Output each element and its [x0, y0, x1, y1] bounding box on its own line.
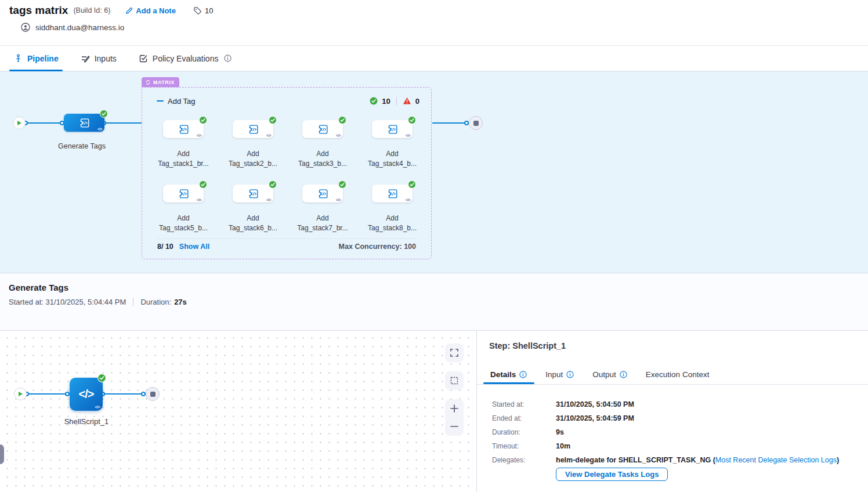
port: [464, 121, 469, 125]
matrix-step-node[interactable]: </>: [163, 120, 204, 138]
panel-resize-handle[interactable]: [0, 444, 4, 464]
port: [141, 392, 146, 396]
edge-shell-to-end: [103, 393, 146, 395]
collapse-icon[interactable]: [156, 97, 164, 105]
shellscript-label: ShellScript_1: [49, 417, 124, 426]
pipeline-icon: [14, 54, 23, 63]
field-label: Ended at:: [492, 414, 556, 422]
stage-duration-label: Duration:: [140, 298, 171, 306]
matrix-step-node[interactable]: </>: [163, 184, 204, 202]
matrix-step-node[interactable]: </>: [302, 184, 343, 202]
plus-icon: [450, 404, 459, 413]
field-label: Timeout:: [492, 442, 556, 450]
field-label: Duration:: [492, 428, 556, 436]
tab-policy-evaluations[interactable]: Policy Evaluations: [139, 46, 232, 71]
delegates-row: Delegates: helm-delegate for SHELL_SCRIP…: [492, 453, 839, 467]
pipeline-execution-screen: tags matrix (Build Id: 6) Add a Note 10 …: [0, 0, 868, 492]
success-check-icon: [338, 116, 346, 124]
script-step-icon: [177, 187, 190, 200]
stage-summary: Generate Tags Started at: 31/10/2025, 5:…: [0, 273, 868, 331]
script-step-icon: [78, 117, 91, 129]
generate-tags-node[interactable]: </>: [64, 114, 104, 132]
fullscreen-button[interactable]: [445, 343, 464, 362]
stage-started-at: Started at: 31/10/2025, 5:04:44 PM: [9, 298, 126, 306]
tab-inputs[interactable]: Inputs: [81, 46, 117, 71]
code-glyph-icon: </>: [266, 133, 271, 138]
divider: [396, 97, 397, 106]
show-all-link[interactable]: Show All: [179, 243, 209, 251]
edge-start-to-shell: [27, 393, 70, 395]
matrix-step-label: AddTag_stack7_br...: [282, 214, 363, 233]
stop-icon: [150, 392, 155, 397]
tag-count: 10: [193, 6, 213, 15]
stage-step-canvas: </> </> ShellScript_1: [0, 331, 477, 492]
delegates-value: helm-delegate for SHELL_SCRIPT_TASK_NG (: [556, 456, 715, 464]
delegate-selection-logs-link[interactable]: Most Recent Delegate Selection Logs: [715, 456, 837, 464]
zoom-in-button[interactable]: [445, 399, 464, 418]
tab-input[interactable]: Input: [545, 370, 574, 379]
field-label: Started at:: [492, 400, 556, 408]
loop-icon: [145, 79, 151, 85]
code-glyph-icon: </>: [197, 198, 201, 202]
success-check-icon: [100, 110, 108, 118]
info-icon[interactable]: [620, 371, 627, 378]
info-icon[interactable]: [224, 55, 232, 62]
matrix-step-node[interactable]: </>: [233, 120, 273, 138]
step-panel-tabs: Details Input Output Execution Context: [490, 366, 709, 383]
user-email: siddhant.dua@harness.io: [35, 23, 124, 32]
info-icon[interactable]: [566, 371, 574, 378]
add-note-button[interactable]: Add a Note: [125, 6, 176, 15]
script-step-icon: [316, 187, 329, 200]
script-step-icon: [316, 123, 329, 136]
minus-icon: [450, 422, 459, 431]
matrix-status: 10 0: [370, 97, 419, 106]
view-delegate-tasks-logs-button[interactable]: View Delegate Tasks Logs: [556, 468, 668, 481]
matrix-group-label: Add Tag: [168, 97, 195, 106]
field-row: Timeout: 10m: [492, 439, 839, 453]
matrix-header: Add Tag 10 0: [142, 88, 431, 114]
max-concurrency: Max Concurrency: 100: [339, 243, 416, 251]
matrix-step-label: AddTag_stack8_b...: [352, 214, 433, 233]
edge-start-to-generate: [26, 122, 64, 124]
fit-to-screen-button[interactable]: [445, 371, 464, 390]
divider: [133, 298, 133, 306]
script-step-icon: [177, 123, 190, 136]
matrix-step-node[interactable]: </>: [372, 184, 413, 202]
matrix-step-node[interactable]: </>: [302, 120, 343, 138]
zoom-out-button[interactable]: [445, 418, 464, 436]
zoom-controls: [445, 399, 464, 436]
error-count: 0: [415, 97, 419, 106]
marquee-icon: [450, 376, 459, 385]
code-glyph-icon: </>: [336, 133, 341, 138]
matrix-step-node[interactable]: </>: [233, 184, 273, 202]
page-title: tags matrix: [9, 4, 68, 17]
code-glyph-icon: </>: [406, 133, 410, 138]
edge-generate-to-matrix: [104, 122, 142, 124]
tab-details[interactable]: Details: [490, 370, 527, 379]
execution-header: tags matrix (Build Id: 6) Add a Note 10 …: [0, 0, 868, 45]
code-icon: </>: [79, 388, 94, 401]
divider: [477, 384, 868, 385]
step-details-panel: Step: ShellScript_1 Details Input Output…: [477, 331, 868, 492]
shellscript-node[interactable]: </> </>: [70, 378, 103, 411]
field-value: 9s: [556, 428, 564, 436]
step-start-node: [14, 388, 27, 400]
tab-execution-context[interactable]: Execution Context: [646, 370, 710, 379]
stage-meta: Started at: 31/10/2025, 5:04:44 PM Durat…: [9, 298, 187, 306]
tab-output[interactable]: Output: [592, 370, 627, 379]
field-value: 31/10/2025, 5:04:59 PM: [556, 414, 634, 422]
execution-tabs: Pipeline Inputs Policy Evaluations: [0, 45, 868, 71]
info-icon[interactable]: [519, 371, 527, 378]
tab-pipeline[interactable]: Pipeline: [14, 46, 59, 71]
play-icon: [18, 391, 23, 397]
error-triangle-icon: [403, 97, 411, 105]
script-step-icon: [386, 187, 399, 200]
code-glyph-icon: </>: [95, 405, 100, 409]
edge-matrix-to-end: [432, 122, 469, 124]
success-check-icon: [408, 180, 416, 189]
matrix-step-node[interactable]: </>: [372, 120, 413, 138]
matrix-step-label: AddTag_stack4_b...: [352, 149, 433, 169]
shown-count: 8/ 10: [157, 243, 173, 251]
stage-start-node: [13, 117, 26, 129]
field-row: Duration: 9s: [492, 425, 839, 439]
